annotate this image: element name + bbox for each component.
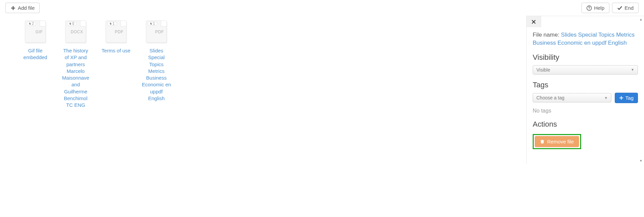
tag-select[interactable]: Choose a tag ▼ [533,93,611,102]
scroll-up-icon[interactable]: ▴ [639,17,643,21]
pointer-icon [69,22,72,25]
file-thumb: 2 GIF [25,20,46,43]
actions-heading: Actions [533,120,638,129]
close-icon [531,19,536,24]
remove-label: Remove file [547,139,574,144]
remove-file-button[interactable]: Remove file [535,136,579,147]
end-button[interactable]: End [612,3,639,13]
tags-heading: Tags [533,81,638,89]
help-label: Help [594,5,604,11]
plus-icon [10,5,16,11]
download-count-badge: 1 [148,21,157,26]
visibility-heading: Visibility [533,53,638,62]
remove-highlight: Remove file [533,134,581,149]
close-panel-button[interactable] [526,16,541,27]
tag-placeholder: Choose a tag [536,95,564,100]
visibility-select[interactable]: Visible ▼ [533,65,638,75]
chevron-down-icon: ▼ [631,68,634,72]
download-count-badge: 1 [107,21,117,26]
help-button[interactable]: Help [581,3,609,13]
trash-icon [540,139,544,144]
check-icon [617,5,622,11]
pointer-icon [28,22,31,25]
file-thumb: 0 DOCX [65,20,86,43]
filename-label: File name: [533,32,561,38]
file-thumb: 1 PDF [106,20,126,43]
file-card[interactable]: 1 PDF Slides Special Topics Metrics Busi… [141,20,172,102]
chevron-down-icon: ▼ [604,96,608,100]
toolbar: Add file Help End [0,0,644,16]
file-title: The history of XP and partners Marcelo M… [61,47,91,108]
file-card[interactable]: 2 GIF Gif file embedded [20,20,50,61]
file-ext: PDF [155,30,164,34]
no-tags-text: No tags [533,108,638,114]
file-title: Terms of use [102,47,130,54]
add-file-label: Add file [18,5,35,11]
visibility-value: Visible [536,67,550,73]
main: 2 GIF Gif file embedded 0 DOCX The histo… [0,16,644,164]
add-tag-button[interactable]: Tag [615,93,638,103]
tag-btn-label: Tag [626,95,634,101]
file-title: Gif file embedded [20,47,50,61]
end-label: End [624,5,634,11]
file-title: Slides Special Topics Metrics Business E… [141,47,172,102]
files-grid: 2 GIF Gif file embedded 0 DOCX The histo… [0,16,526,164]
filename-line: File name: Slides Special Topics Metrics… [533,31,638,47]
details-panel: ▴ ▾ File name: Slides Special Topics Met… [526,16,644,164]
svg-point-1 [589,9,590,9]
download-count-badge: 2 [27,21,36,26]
download-count-badge: 0 [67,21,77,26]
file-thumb: 1 PDF [146,20,167,43]
file-ext: DOCX [71,30,83,34]
file-ext: PDF [115,30,124,34]
pointer-icon [149,22,152,25]
add-file-button[interactable]: Add file [5,3,40,13]
pointer-icon [109,22,112,25]
file-ext: GIF [36,30,43,34]
scroll-down-icon[interactable]: ▾ [639,158,643,163]
question-icon [586,5,592,11]
file-card[interactable]: 0 DOCX The history of XP and partners Ma… [61,20,91,108]
file-card[interactable]: 1 PDF Terms of use [101,20,131,54]
plus-icon [619,96,623,100]
